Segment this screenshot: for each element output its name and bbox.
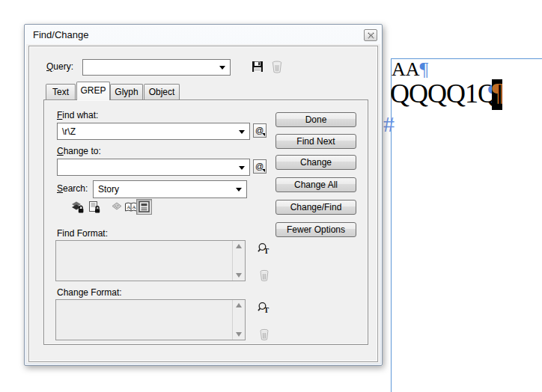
include-locked-stories-toggle[interactable] (88, 200, 101, 214)
change-to-input[interactable] (57, 159, 250, 176)
find-special-characters-button[interactable]: @ (253, 123, 267, 138)
svg-text:A: A (133, 204, 136, 210)
find-change-dialog: Find/Change Query: (24, 24, 383, 366)
save-query-button[interactable] (251, 60, 264, 73)
chevron-down-icon (239, 166, 245, 170)
find-what-value: \r\Z (62, 126, 76, 137)
line2-text: QQQQ1Q (390, 79, 496, 108)
fewer-options-button[interactable]: Fewer Options (275, 222, 356, 237)
clear-find-attributes-button[interactable] (259, 269, 270, 281)
clear-attributes-trash-icon (259, 269, 270, 281)
include-locked-layers-icon (71, 200, 85, 214)
find-format-label: Find Format: (57, 228, 108, 239)
include-locked-layers-toggle[interactable] (71, 200, 85, 214)
specify-attributes-icon: T (258, 301, 270, 314)
chevron-down-icon (236, 188, 242, 192)
search-label: Search: (57, 183, 88, 194)
dialog-title: Find/Change (33, 29, 88, 40)
specify-find-attributes-button[interactable]: T (258, 242, 270, 255)
chevron-down-icon (239, 130, 245, 134)
change-button[interactable]: Change (275, 155, 356, 170)
change-format-label: Change Format: (57, 287, 122, 298)
scroll-down-icon[interactable] (236, 332, 242, 337)
chevron-down-icon (219, 66, 225, 70)
clear-attributes-trash-icon (259, 328, 270, 340)
search-scope-dropdown[interactable]: Story (93, 180, 247, 198)
change-special-characters-button[interactable]: @ (253, 159, 267, 174)
close-button[interactable] (364, 29, 377, 41)
trash-icon (271, 60, 283, 73)
done-button[interactable]: Done (275, 112, 356, 127)
specify-attributes-icon: T (258, 242, 270, 255)
specify-change-attributes-button[interactable]: T (258, 301, 270, 314)
include-locked-stories-icon (88, 200, 101, 214)
change-find-button[interactable]: Change/Find (275, 200, 356, 215)
find-next-button[interactable]: Find Next (275, 134, 356, 149)
clear-change-attributes-button[interactable] (259, 328, 270, 340)
find-format-scrollbar[interactable] (232, 241, 245, 281)
svg-text:T: T (264, 306, 270, 314)
query-label: Query: (46, 61, 73, 72)
scroll-down-icon[interactable] (236, 273, 242, 278)
svg-text:T: T (264, 247, 270, 255)
change-format-scrollbar[interactable] (232, 300, 245, 340)
scroll-up-icon[interactable] (236, 303, 242, 307)
find-what-label: Find what: (57, 110, 98, 120)
change-all-button[interactable]: Change All (275, 177, 356, 192)
scroll-up-icon[interactable] (236, 244, 242, 248)
end-of-story-marker: # (383, 111, 395, 137)
close-icon (368, 32, 374, 39)
document-text-line-2[interactable]: QQQQ1Q (390, 77, 496, 110)
tab-glyph[interactable]: Glyph (110, 84, 143, 99)
query-dropdown[interactable] (82, 59, 231, 76)
tab-grep[interactable]: GREP (76, 82, 110, 100)
flyout-arrow-icon (262, 169, 265, 172)
include-footnotes-toggle[interactable] (136, 199, 152, 215)
svg-text:A: A (127, 204, 130, 210)
search-scope-value: Story (98, 184, 119, 195)
tab-text[interactable]: Text (46, 84, 76, 99)
include-hidden-layers-toggle[interactable] (110, 200, 124, 214)
include-footnotes-icon (137, 200, 151, 214)
flyout-arrow-icon (262, 133, 265, 136)
found-match-selection-highlight[interactable]: ¶ (492, 79, 502, 110)
find-what-input[interactable]: \r\Z (57, 123, 250, 140)
grep-tab-panel: Find what: \r\Z @ Change to: @ Search: S… (43, 99, 368, 345)
selected-paragraph-mark-icon: ¶ (492, 79, 502, 106)
change-format-box[interactable] (55, 299, 246, 340)
save-icon (251, 60, 264, 73)
find-format-box[interactable] (55, 240, 246, 281)
change-to-label: Change to: (57, 146, 101, 156)
dialog-client-area: Query: Text GRE (26, 44, 380, 364)
delete-query-button[interactable] (271, 60, 283, 73)
include-hidden-layers-icon (110, 200, 124, 214)
tab-object[interactable]: Object (144, 84, 180, 99)
dialog-titlebar[interactable]: Find/Change (25, 25, 382, 44)
